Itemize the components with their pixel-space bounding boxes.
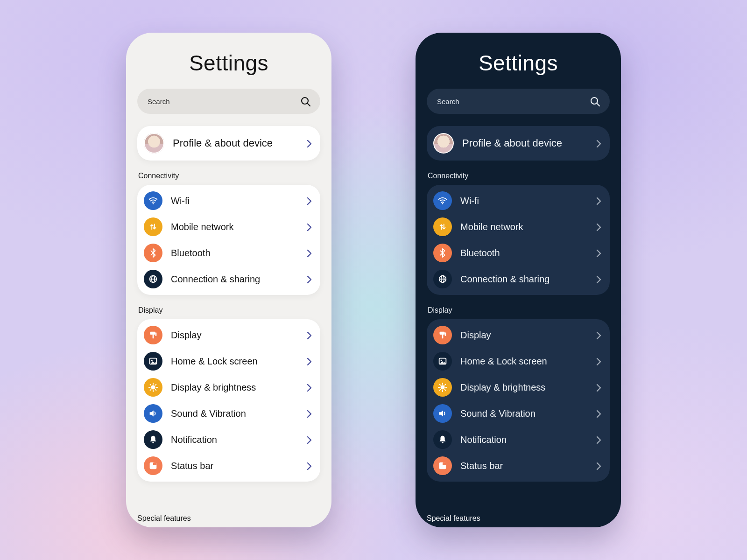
settings-row-label: Notification (171, 434, 295, 445)
section-header-display: Display (428, 306, 610, 315)
settings-screen-dark: Settings Search Profile & about device C… (416, 33, 621, 527)
statusbar-icon (144, 456, 162, 475)
settings-row-label: Display & brightness (460, 382, 585, 393)
profile-row[interactable]: Profile & about device (144, 129, 314, 158)
chevron-right-icon (593, 434, 603, 445)
search-icon (589, 96, 600, 107)
statusbar-icon (433, 456, 452, 475)
settings-row-label: Connection & sharing (171, 274, 295, 285)
display-card: DisplayHome & Lock screenDisplay & brigh… (137, 319, 320, 482)
chevron-right-icon (593, 274, 603, 284)
settings-row-speaker[interactable]: Sound & Vibration (144, 400, 314, 427)
settings-row-label: Connection & sharing (460, 274, 585, 285)
settings-row-label: Home & Lock screen (460, 356, 585, 367)
bluetooth-icon (433, 244, 452, 262)
search-icon (300, 96, 311, 107)
settings-row-data[interactable]: Mobile network (433, 214, 603, 240)
wifi-icon (433, 191, 452, 210)
speaker-icon (433, 404, 452, 423)
settings-row-label: Wi-fi (460, 196, 585, 206)
settings-row-label: Notification (460, 434, 585, 445)
settings-row-globe[interactable]: Connection & sharing (144, 266, 314, 292)
chevron-right-icon (303, 382, 314, 392)
chevron-right-icon (593, 408, 603, 419)
data-icon (433, 217, 452, 236)
settings-row-statusbar[interactable]: Status bar (433, 453, 603, 479)
chevron-right-icon (303, 222, 314, 232)
section-header-special: Special features (427, 514, 480, 523)
connectivity-card: Wi-fiMobile networkBluetoothConnection &… (427, 185, 610, 295)
settings-row-globe[interactable]: Connection & sharing (433, 266, 603, 292)
page-title: Settings (137, 50, 320, 76)
connectivity-card: Wi-fiMobile networkBluetoothConnection &… (137, 185, 320, 295)
chevron-right-icon (303, 330, 314, 340)
settings-row-bluetooth[interactable]: Bluetooth (144, 240, 314, 266)
chevron-right-icon (303, 461, 314, 471)
chevron-right-icon (303, 434, 314, 445)
wifi-icon (144, 191, 162, 210)
chevron-right-icon (593, 356, 603, 366)
paint-icon (433, 326, 452, 344)
section-header-display: Display (138, 306, 320, 315)
settings-row-label: Status bar (171, 461, 295, 471)
page-title: Settings (427, 50, 610, 76)
settings-row-sun[interactable]: Display & brightness (144, 374, 314, 400)
sun-icon (433, 378, 452, 397)
settings-row-image[interactable]: Home & Lock screen (433, 348, 603, 374)
globe-icon (144, 270, 162, 288)
settings-row-wifi[interactable]: Wi-fi (433, 188, 603, 214)
settings-row-image[interactable]: Home & Lock screen (144, 348, 314, 374)
settings-row-label: Display (171, 330, 295, 341)
settings-row-label: Sound & Vibration (460, 408, 585, 419)
chevron-right-icon (593, 382, 603, 392)
chevron-right-icon (593, 330, 603, 340)
section-header-connectivity: Connectivity (428, 172, 610, 180)
settings-row-data[interactable]: Mobile network (144, 214, 314, 240)
search-placeholder: Search (148, 98, 170, 105)
settings-screen-light: Settings Search Profile & about device C… (126, 33, 331, 527)
settings-row-wifi[interactable]: Wi-fi (144, 188, 314, 214)
settings-row-label: Mobile network (460, 222, 585, 232)
section-header-connectivity: Connectivity (138, 172, 320, 180)
chevron-right-icon (303, 356, 314, 366)
profile-label: Profile & about device (173, 137, 295, 149)
settings-row-label: Display (460, 330, 585, 341)
search-input[interactable]: Search (137, 89, 320, 114)
settings-row-label: Status bar (460, 461, 585, 471)
chevron-right-icon (303, 248, 314, 258)
settings-row-bluetooth[interactable]: Bluetooth (433, 240, 603, 266)
settings-row-paint[interactable]: Display (144, 322, 314, 348)
settings-row-bell[interactable]: Notification (433, 427, 603, 453)
chevron-right-icon (593, 196, 603, 206)
section-header-special: Special features (137, 514, 191, 523)
chevron-right-icon (593, 222, 603, 232)
chevron-right-icon (303, 274, 314, 284)
settings-row-bell[interactable]: Notification (144, 427, 314, 453)
settings-row-label: Bluetooth (171, 248, 295, 259)
chevron-right-icon (303, 408, 314, 419)
profile-card: Profile & about device (427, 126, 610, 161)
avatar (144, 133, 164, 154)
globe-icon (433, 270, 452, 288)
settings-row-label: Mobile network (171, 222, 295, 232)
bell-icon (144, 430, 162, 449)
data-icon (144, 217, 162, 236)
display-card: DisplayHome & Lock screenDisplay & brigh… (427, 319, 610, 482)
chevron-right-icon (303, 138, 314, 148)
profile-label: Profile & about device (462, 137, 585, 149)
settings-row-label: Wi-fi (171, 196, 295, 206)
search-input[interactable]: Search (427, 89, 610, 114)
avatar (433, 133, 454, 154)
chevron-right-icon (303, 196, 314, 206)
profile-row[interactable]: Profile & about device (433, 129, 603, 158)
settings-row-speaker[interactable]: Sound & Vibration (433, 400, 603, 427)
chevron-right-icon (593, 248, 603, 258)
settings-row-paint[interactable]: Display (433, 322, 603, 348)
settings-row-sun[interactable]: Display & brightness (433, 374, 603, 400)
sun-icon (144, 378, 162, 397)
image-icon (144, 352, 162, 371)
settings-row-label: Bluetooth (460, 248, 585, 259)
profile-card: Profile & about device (137, 126, 320, 161)
settings-row-statusbar[interactable]: Status bar (144, 453, 314, 479)
bell-icon (433, 430, 452, 449)
